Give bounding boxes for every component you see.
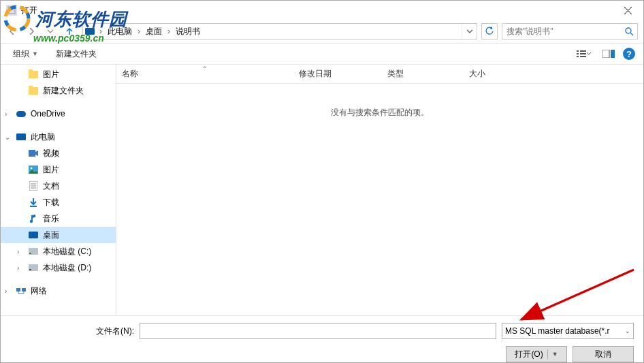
breadcrumb-dropdown[interactable]: [462, 24, 477, 39]
svg-rect-2: [8, 7, 15, 14]
search-input[interactable]: [504, 27, 622, 36]
sidebar-item-9[interactable]: 下载: [1, 194, 116, 210]
sidebar-item-label: OneDrive: [31, 109, 65, 119]
new-folder-button[interactable]: 新建文件夹: [52, 46, 101, 63]
svg-rect-22: [22, 288, 26, 291]
expander-icon[interactable]: ›: [17, 248, 24, 255]
expander-icon[interactable]: ›: [5, 287, 12, 295]
help-icon[interactable]: ?: [623, 48, 635, 60]
nav-forward-button[interactable]: [22, 22, 40, 40]
svg-rect-8: [577, 56, 579, 57]
filename-input[interactable]: [140, 323, 496, 339]
cancel-button[interactable]: 取消: [573, 346, 634, 362]
disk-d-icon: [28, 262, 39, 273]
col-type-label: 类型: [387, 68, 404, 80]
col-size[interactable]: 大小: [464, 65, 532, 83]
folder-icon: [28, 69, 39, 80]
sidebar-item-7[interactable]: 图片: [1, 161, 116, 178]
expander-icon[interactable]: ›: [17, 264, 24, 272]
svg-point-14: [31, 168, 33, 170]
sidebar-item-label: 视频: [43, 148, 59, 159]
sidebar-item-10[interactable]: 音乐: [1, 210, 116, 227]
sidebar-item-15[interactable]: ›网络: [1, 283, 116, 299]
filetype-text: MS SQL master database(*.r: [505, 326, 610, 336]
chevron-right-icon[interactable]: ›: [165, 27, 173, 36]
sidebar-item-label: 桌面: [43, 230, 59, 241]
titlebar: 打开: [1, 1, 643, 20]
filetype-combo[interactable]: MS SQL master database(*.r ⌄: [502, 323, 634, 339]
search-icon[interactable]: [622, 27, 636, 36]
organize-label: 组织: [13, 48, 29, 60]
sidebar-item-label: 下载: [43, 197, 59, 208]
col-size-label: 大小: [469, 68, 485, 80]
sidebar-item-3[interactable]: ›OneDrive: [1, 106, 116, 122]
col-date[interactable]: 修改日期: [293, 65, 382, 83]
sidebar-item-5[interactable]: ⌄此电脑: [1, 129, 116, 145]
breadcrumb-seg-1[interactable]: 桌面: [143, 24, 165, 39]
svg-rect-4: [577, 50, 579, 52]
sidebar-item-label: 本地磁盘 (D:): [43, 262, 91, 274]
chevron-right-icon[interactable]: ›: [135, 27, 143, 36]
navbar: › 此电脑 › 桌面 › 说明书: [1, 20, 643, 43]
main-area: 图片新建文件夹›OneDrive⌄此电脑视频图片文档下载音乐桌面›本地磁盘 (C…: [1, 65, 643, 315]
window-title: 打开: [21, 5, 37, 16]
video-icon: [28, 148, 39, 159]
desktop-icon: [28, 230, 39, 240]
col-date-label: 修改日期: [299, 68, 332, 80]
svg-rect-11: [611, 50, 615, 58]
empty-message: 没有与搜索条件匹配的项。: [116, 107, 643, 119]
organize-button[interactable]: 组织 ▼: [9, 46, 42, 63]
svg-rect-21: [16, 288, 20, 291]
sidebar-item-label: 新建文件夹: [43, 85, 84, 97]
sidebar-item-label: 音乐: [43, 213, 59, 225]
breadcrumb-seg-0[interactable]: 此电脑: [105, 24, 135, 39]
view-mode-button[interactable]: [574, 47, 594, 61]
sidebar[interactable]: 图片新建文件夹›OneDrive⌄此电脑视频图片文档下载音乐桌面›本地磁盘 (C…: [1, 65, 116, 315]
footer: 文件名(N): MS SQL master database(*.r ⌄ 打开(…: [1, 315, 643, 363]
expander-icon[interactable]: ⌄: [5, 133, 12, 141]
chevron-down-icon: ▼: [552, 351, 558, 358]
sidebar-item-0[interactable]: 图片: [1, 66, 116, 82]
file-area: 名称 ⌃ 修改日期 类型 大小 没有与搜索条件匹配的项。: [116, 65, 643, 315]
pictures-icon: [28, 164, 39, 175]
network-icon: [16, 285, 27, 296]
chevron-down-icon: ▼: [32, 50, 38, 57]
refresh-button[interactable]: [481, 23, 498, 40]
search-box[interactable]: [502, 23, 638, 40]
col-type[interactable]: 类型: [382, 65, 464, 83]
breadcrumb-bar[interactable]: › 此电脑 › 桌面 › 说明书: [82, 23, 477, 40]
sidebar-item-label: 本地磁盘 (C:): [43, 246, 91, 257]
breadcrumb-root-icon: [83, 28, 97, 35]
svg-point-20: [30, 220, 33, 223]
cloud-icon: [16, 108, 27, 119]
cancel-button-label: 取消: [595, 349, 611, 360]
open-button-label: 打开(O): [515, 349, 543, 360]
nav-back-button[interactable]: [3, 22, 21, 40]
nav-recent-button[interactable]: [42, 22, 59, 40]
sidebar-item-label: 此电脑: [31, 131, 55, 143]
sidebar-item-1[interactable]: 新建文件夹: [1, 82, 116, 99]
col-name-label: 名称: [122, 68, 138, 80]
sidebar-item-12[interactable]: ›本地磁盘 (C:): [1, 243, 116, 259]
svg-rect-10: [602, 50, 609, 58]
sort-indicator-icon: ⌃: [202, 65, 208, 72]
sidebar-item-6[interactable]: 视频: [1, 145, 116, 161]
nav-up-button[interactable]: [61, 22, 78, 40]
preview-pane-button[interactable]: [598, 47, 619, 61]
sidebar-item-label: 图片: [43, 164, 59, 176]
expander-icon[interactable]: ›: [5, 110, 12, 118]
chevron-right-icon[interactable]: ›: [97, 27, 105, 36]
col-name[interactable]: 名称 ⌃: [116, 65, 293, 83]
sidebar-item-8[interactable]: 文档: [1, 178, 116, 194]
breadcrumb-seg-2[interactable]: 说明书: [173, 24, 203, 39]
sidebar-item-label: 图片: [43, 69, 59, 80]
disk-c-icon: [28, 246, 39, 257]
sidebar-item-13[interactable]: ›本地磁盘 (D:): [1, 259, 116, 276]
close-button[interactable]: [613, 1, 643, 20]
svg-rect-12: [29, 150, 35, 157]
open-button[interactable]: 打开(O) ▼: [506, 346, 567, 362]
sidebar-item-label: 网络: [31, 285, 47, 297]
svg-rect-7: [580, 53, 586, 54]
sidebar-item-11[interactable]: 桌面: [1, 227, 116, 243]
filename-label: 文件名(N):: [10, 326, 140, 337]
